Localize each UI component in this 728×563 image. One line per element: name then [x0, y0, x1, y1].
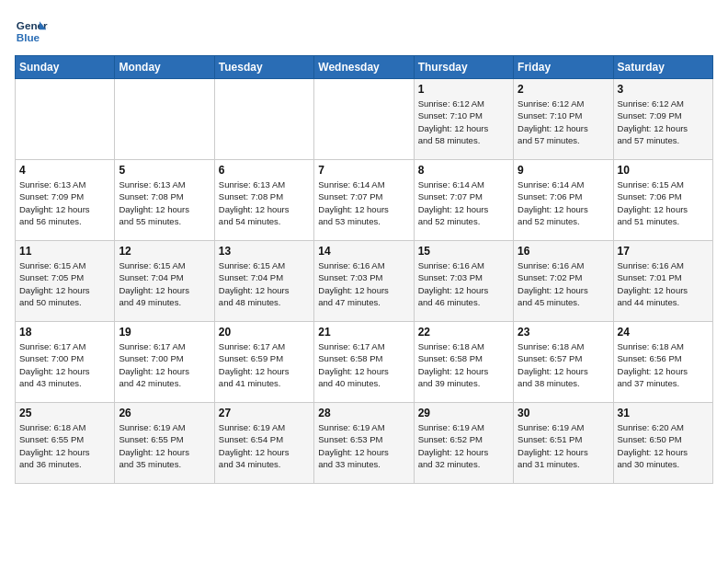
day-number: 19: [119, 326, 210, 339]
day-number: 20: [219, 326, 310, 339]
day-info: Sunrise: 6:17 AM Sunset: 6:59 PM Dayligh…: [219, 340, 310, 389]
day-number: 30: [518, 407, 609, 419]
day-info: Sunrise: 6:15 AM Sunset: 7:04 PM Dayligh…: [219, 259, 310, 308]
day-info: Sunrise: 6:13 AM Sunset: 7:08 PM Dayligh…: [219, 178, 310, 227]
week-row-4: 18Sunrise: 6:17 AM Sunset: 7:00 PM Dayli…: [16, 322, 713, 403]
calendar-header-row: SundayMondayTuesdayWednesdayThursdayFrid…: [16, 56, 713, 79]
calendar-cell: 22Sunrise: 6:18 AM Sunset: 6:58 PM Dayli…: [414, 322, 513, 403]
calendar-cell: 26Sunrise: 6:19 AM Sunset: 6:55 PM Dayli…: [115, 403, 214, 484]
calendar-cell: 6Sunrise: 6:13 AM Sunset: 7:08 PM Daylig…: [214, 160, 313, 241]
day-number: 10: [618, 164, 709, 177]
day-info: Sunrise: 6:17 AM Sunset: 7:00 PM Dayligh…: [119, 340, 210, 389]
day-number: 28: [318, 407, 409, 419]
calendar-cell: 9Sunrise: 6:14 AM Sunset: 7:06 PM Daylig…: [514, 160, 613, 241]
day-info: Sunrise: 6:14 AM Sunset: 7:07 PM Dayligh…: [418, 178, 509, 227]
day-info: Sunrise: 6:14 AM Sunset: 7:07 PM Dayligh…: [318, 178, 409, 227]
day-number: 4: [19, 164, 110, 177]
day-number: 1: [418, 83, 509, 96]
day-number: 17: [618, 245, 709, 258]
day-info: Sunrise: 6:16 AM Sunset: 7:03 PM Dayligh…: [418, 259, 509, 308]
day-number: 31: [618, 407, 709, 419]
day-info: Sunrise: 6:17 AM Sunset: 7:00 PM Dayligh…: [19, 340, 110, 389]
day-number: 11: [19, 245, 110, 258]
day-number: 12: [119, 245, 210, 258]
day-info: Sunrise: 6:16 AM Sunset: 7:02 PM Dayligh…: [518, 259, 609, 308]
day-info: Sunrise: 6:20 AM Sunset: 6:50 PM Dayligh…: [618, 421, 709, 470]
day-number: 22: [418, 326, 509, 339]
day-info: Sunrise: 6:18 AM Sunset: 6:57 PM Dayligh…: [518, 340, 609, 389]
day-info: Sunrise: 6:12 AM Sunset: 7:09 PM Dayligh…: [618, 98, 709, 146]
day-number: 25: [19, 407, 110, 419]
day-info: Sunrise: 6:17 AM Sunset: 6:58 PM Dayligh…: [318, 340, 409, 389]
day-number: 15: [418, 245, 509, 258]
day-info: Sunrise: 6:18 AM Sunset: 6:55 PM Dayligh…: [19, 421, 110, 470]
day-info: Sunrise: 6:18 AM Sunset: 6:56 PM Dayligh…: [618, 340, 709, 389]
day-number: 13: [219, 245, 310, 258]
day-number: 8: [418, 164, 509, 177]
day-header-sunday: Sunday: [16, 56, 115, 79]
day-number: 21: [318, 326, 409, 339]
calendar-cell: 7Sunrise: 6:14 AM Sunset: 7:07 PM Daylig…: [314, 160, 414, 241]
day-info: Sunrise: 6:15 AM Sunset: 7:06 PM Dayligh…: [618, 178, 709, 227]
calendar-cell: 13Sunrise: 6:15 AM Sunset: 7:04 PM Dayli…: [214, 241, 313, 322]
calendar-cell: 4Sunrise: 6:13 AM Sunset: 7:09 PM Daylig…: [16, 160, 115, 241]
day-header-wednesday: Wednesday: [314, 56, 414, 79]
calendar-cell: 23Sunrise: 6:18 AM Sunset: 6:57 PM Dayli…: [514, 322, 613, 403]
day-info: Sunrise: 6:15 AM Sunset: 7:05 PM Dayligh…: [19, 259, 110, 308]
day-header-monday: Monday: [115, 56, 214, 79]
day-number: 29: [418, 407, 509, 419]
day-header-tuesday: Tuesday: [214, 56, 313, 79]
day-info: Sunrise: 6:12 AM Sunset: 7:10 PM Dayligh…: [418, 98, 509, 146]
calendar-cell: 28Sunrise: 6:19 AM Sunset: 6:53 PM Dayli…: [314, 403, 414, 484]
day-header-saturday: Saturday: [613, 56, 712, 79]
week-row-5: 25Sunrise: 6:18 AM Sunset: 6:55 PM Dayli…: [16, 403, 713, 484]
calendar-cell: 21Sunrise: 6:17 AM Sunset: 6:58 PM Dayli…: [314, 322, 414, 403]
calendar-cell: 3Sunrise: 6:12 AM Sunset: 7:09 PM Daylig…: [613, 79, 712, 160]
day-number: 3: [618, 83, 709, 96]
calendar-cell: 31Sunrise: 6:20 AM Sunset: 6:50 PM Dayli…: [613, 403, 712, 484]
calendar-cell: [314, 79, 414, 160]
day-number: 9: [518, 164, 609, 177]
calendar-cell: 12Sunrise: 6:15 AM Sunset: 7:04 PM Dayli…: [115, 241, 214, 322]
day-number: 2: [518, 83, 609, 96]
calendar-cell: [115, 79, 214, 160]
day-info: Sunrise: 6:16 AM Sunset: 7:01 PM Dayligh…: [618, 259, 709, 308]
calendar-cell: 1Sunrise: 6:12 AM Sunset: 7:10 PM Daylig…: [414, 79, 513, 160]
calendar-cell: 14Sunrise: 6:16 AM Sunset: 7:03 PM Dayli…: [314, 241, 414, 322]
calendar-cell: 11Sunrise: 6:15 AM Sunset: 7:05 PM Dayli…: [16, 241, 115, 322]
day-number: 6: [219, 164, 310, 177]
day-info: Sunrise: 6:19 AM Sunset: 6:54 PM Dayligh…: [219, 421, 310, 470]
day-info: Sunrise: 6:14 AM Sunset: 7:06 PM Dayligh…: [518, 178, 609, 227]
calendar-cell: 30Sunrise: 6:19 AM Sunset: 6:51 PM Dayli…: [514, 403, 613, 484]
calendar-table: SundayMondayTuesdayWednesdayThursdayFrid…: [15, 55, 713, 484]
calendar-cell: 29Sunrise: 6:19 AM Sunset: 6:52 PM Dayli…: [414, 403, 513, 484]
day-info: Sunrise: 6:18 AM Sunset: 6:58 PM Dayligh…: [418, 340, 509, 389]
calendar-cell: 16Sunrise: 6:16 AM Sunset: 7:02 PM Dayli…: [514, 241, 613, 322]
logo: General Blue: [15, 15, 48, 48]
calendar-cell: 24Sunrise: 6:18 AM Sunset: 6:56 PM Dayli…: [613, 322, 712, 403]
calendar-cell: 25Sunrise: 6:18 AM Sunset: 6:55 PM Dayli…: [16, 403, 115, 484]
day-number: 24: [618, 326, 709, 339]
calendar-cell: 19Sunrise: 6:17 AM Sunset: 7:00 PM Dayli…: [115, 322, 214, 403]
calendar-cell: 17Sunrise: 6:16 AM Sunset: 7:01 PM Dayli…: [613, 241, 712, 322]
day-number: 26: [119, 407, 210, 419]
day-number: 16: [518, 245, 609, 258]
calendar-cell: 2Sunrise: 6:12 AM Sunset: 7:10 PM Daylig…: [514, 79, 613, 160]
calendar-cell: 5Sunrise: 6:13 AM Sunset: 7:08 PM Daylig…: [115, 160, 214, 241]
calendar-cell: [214, 79, 313, 160]
calendar-cell: 18Sunrise: 6:17 AM Sunset: 7:00 PM Dayli…: [16, 322, 115, 403]
day-info: Sunrise: 6:19 AM Sunset: 6:52 PM Dayligh…: [418, 421, 509, 470]
day-number: 7: [318, 164, 409, 177]
day-number: 14: [318, 245, 409, 258]
calendar-cell: [16, 79, 115, 160]
svg-text:Blue: Blue: [17, 31, 40, 43]
day-info: Sunrise: 6:16 AM Sunset: 7:03 PM Dayligh…: [318, 259, 409, 308]
day-info: Sunrise: 6:12 AM Sunset: 7:10 PM Dayligh…: [518, 98, 609, 146]
calendar-cell: 27Sunrise: 6:19 AM Sunset: 6:54 PM Dayli…: [214, 403, 313, 484]
logo-icon: General Blue: [15, 15, 48, 48]
day-number: 23: [518, 326, 609, 339]
svg-text:General: General: [17, 19, 48, 31]
week-row-3: 11Sunrise: 6:15 AM Sunset: 7:05 PM Dayli…: [16, 241, 713, 322]
day-info: Sunrise: 6:13 AM Sunset: 7:09 PM Dayligh…: [19, 178, 110, 227]
calendar-cell: 8Sunrise: 6:14 AM Sunset: 7:07 PM Daylig…: [414, 160, 513, 241]
